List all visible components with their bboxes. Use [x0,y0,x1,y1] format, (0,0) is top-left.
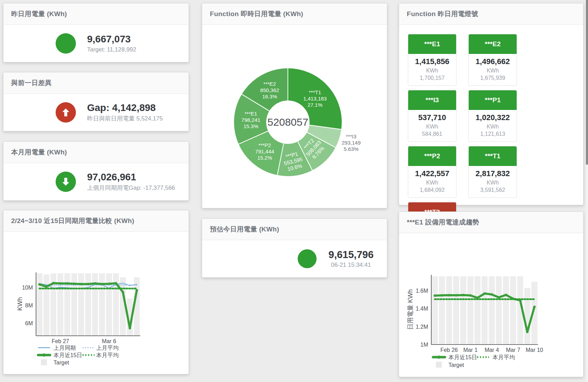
light-tile-header: ***E2 [469,34,517,54]
series-point [448,294,450,296]
target-bar [446,276,452,345]
legend-label: 本月平均 [96,352,119,358]
yesterday-value: 9,667,073 [87,34,136,45]
target-bar [475,276,481,345]
light-tile-body: 1,415,856KWh1,700,157 [408,54,456,85]
light-tile-label: ***E1 [424,40,440,48]
light-tile: ***P11,020,322KWh1,121,613 [468,90,517,142]
light-tile-header: ***E1 [408,34,456,54]
x-tick-label: Mar 4 [484,347,499,353]
month-gap-subtitle: 上個月同期用電Gap: -17,377,566 [87,184,175,192]
series-point [38,283,41,286]
light-tile-body: 537,710KWh584,861 [408,110,456,141]
dashboard: 昨日用電量 (KWh) 9,667,073 Target: 11,128,992… [0,0,588,382]
light-tile-value: 2,817,832 [469,169,516,178]
card-today-body: 9,615,796 06-21 15:34:41 [202,240,387,277]
light-tile: ***T12,817,832KWh3,591,562 [468,146,517,198]
card-day-gap: 與前一日差異 Gap: 4,142,898 昨日與前日用電量 5,524,175 [3,72,189,131]
light-tile-value: 1,415,856 [409,57,455,66]
target-bar [524,288,530,345]
day-gap-subtitle: 昨日與前日用電量 5,524,175 [87,114,163,123]
light-tile-value: 1,496,662 [469,57,516,66]
target-bar [503,276,509,345]
light-tile-target: 1,684,092 [409,187,455,193]
scrollbar[interactable] [586,0,588,382]
legend-label: 本月近15日 [54,352,82,358]
series-point [101,283,103,285]
y-tick-label: 1.6M [416,288,428,294]
light-tile-target: 1,700,157 [409,75,455,81]
target-bar [37,273,43,336]
donut-chart: ***T11,413,18327.1%***I3293,1495.63%***T… [202,25,387,208]
light-tile: ***E21,496,662KWh1,675,939 [468,34,517,86]
light-tile-label: ***E2 [485,40,501,48]
series-point [136,289,138,291]
card-day-gap-body: Gap: 4,142,898 昨日與前日用電量 5,524,175 [3,94,189,131]
y-tick-label: 1.4M [416,306,428,312]
light-tile-unit: KWh [469,180,516,186]
legend-label: 上月平均 [96,345,119,351]
light-tile-header: ***P2 [408,146,456,166]
series-point [441,294,443,297]
series-point [434,294,436,297]
target-bar [432,276,438,345]
card-today-estimate: 預估今日用電量 (KWh) 9,615,796 06-21 15:34:41 [202,218,387,278]
light-tile-header: ***P1 [469,90,517,110]
card-month-usage: 本月用電量 (KWh) 97,026,961 上個月同期用電Gap: -17,3… [3,141,189,201]
light-tile: ***I3537,710KWh584,861 [408,90,456,142]
legend-label: 本月近15日 [448,354,477,360]
card-today-title: 預估今日用電量 (KWh) [210,225,279,234]
lights-title: Function 昨日用電燈號 [407,9,478,19]
card-month-header: 本月用電量 (KWh) [3,142,189,163]
x-tick-label: Feb 27 [52,338,69,344]
compare-chart: 6M8M10MFeb 27Mar 6KWh上月同期上月平均本月近15日本月平均T… [3,232,189,374]
light-tile-target: 3,591,562 [469,187,516,193]
series-point [115,282,117,285]
x-tick-label: Mar 10 [526,347,543,353]
scrollbar-thumb[interactable] [586,0,588,165]
series-point [129,327,131,329]
today-value: 9,615,796 [328,249,374,261]
yesterday-target: Target: 11,128,992 [87,46,136,53]
light-tile-unit: KWh [409,180,455,186]
legend-label: Target [448,362,464,368]
series-point [73,283,76,285]
light-tile-value: 1,422,557 [409,169,455,178]
card-month-body: 97,026,961 上個月同期用電Gap: -17,377,566 [3,163,189,200]
donut-slice-label: ***I3293,1495.63% [342,133,361,152]
x-tick-label: Mar 1 [463,347,477,353]
light-tile-label: ***T1 [485,152,500,160]
y-tick-label: 1.2M [416,324,428,330]
light-tile-label: ***P2 [424,152,440,160]
light-tile-header: ***T1 [469,146,517,166]
light-tile-label: ***P1 [485,96,501,104]
target-bar [496,276,502,345]
card-yesterday-header: 昨日用電量 (KWh) [3,4,189,25]
donut-chart-header: Function 即時日用電量 (KWh) [202,4,387,25]
card-day-gap-header: 與前一日差異 [3,72,189,94]
series-point [94,282,96,285]
light-tile-body: 1,496,662KWh1,675,939 [469,54,517,85]
card-function-lights: Function 昨日用電燈號 ***E11,415,856KWh1,700,1… [399,3,583,205]
day-gap-value: Gap: 4,142,898 [87,102,163,113]
trend-down-icon [56,172,76,192]
card-function-realtime-donut: Function 即時日用電量 (KWh) ***T11,413,18327.1… [202,3,387,208]
donut-center-total: 5208057 [268,116,309,128]
target-bar [482,276,488,345]
series-point [526,331,529,333]
trend-chart-header: ***E1 設備用電達成趨勢 [399,212,583,233]
target-bar [510,276,516,345]
donut-chart-title: Function 即時日用電量 (KWh) [210,9,303,19]
light-tile-target: 1,121,613 [469,131,516,137]
y-tick-label: 10M [22,285,33,291]
target-bar [467,276,473,345]
card-month-title: 本月用電量 (KWh) [11,148,67,157]
series-point [533,306,536,308]
light-tile: ***P21,422,557KWh1,684,092 [408,146,456,198]
card-day-gap-title: 與前一日差異 [11,78,52,88]
legend-label: 本月平均 [493,354,515,360]
x-tick-label: Mar 6 [102,338,116,344]
series-point [498,296,500,299]
y-axis-label: KWh [16,297,23,311]
light-tile-unit: KWh [409,124,455,130]
